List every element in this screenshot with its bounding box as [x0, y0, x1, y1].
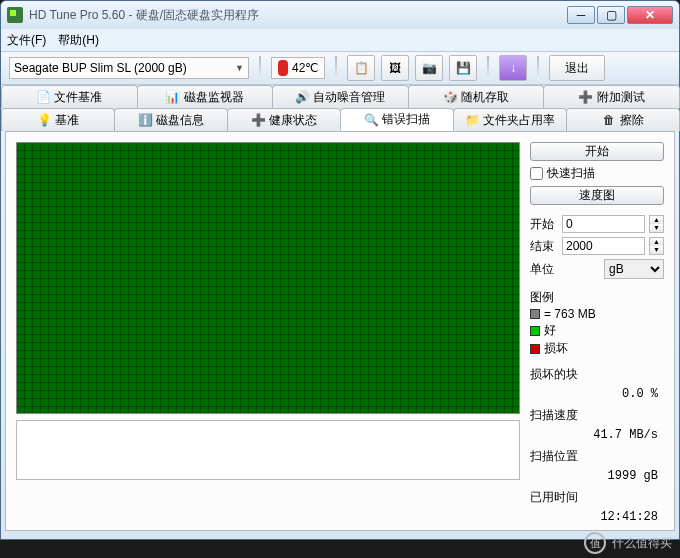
- random-access-icon: 🎲: [443, 90, 457, 104]
- scan-speed-value: 41.7 MB/s: [530, 428, 664, 442]
- scan-log: [16, 420, 520, 480]
- tab-附加测试[interactable]: ➕附加测试: [543, 85, 680, 108]
- tab-磁盘信息[interactable]: ℹ️磁盘信息: [114, 108, 228, 131]
- tab-label: 文件夹占用率: [483, 112, 555, 129]
- exit-button[interactable]: 退出: [549, 55, 605, 81]
- tab-label: 健康状态: [269, 112, 317, 129]
- legend-block-text: = 763 MB: [544, 307, 596, 321]
- copy-screenshot-button[interactable]: 🖼: [381, 55, 409, 81]
- tab-label: 自动噪音管理: [313, 89, 385, 106]
- end-field-label: 结束: [530, 238, 558, 255]
- copy-info-button[interactable]: 📋: [347, 55, 375, 81]
- unit-select[interactable]: gB: [604, 259, 664, 279]
- scan-block-grid: [16, 142, 520, 414]
- aam-icon: 🔊: [295, 90, 309, 104]
- menu-file[interactable]: 文件(F): [7, 32, 46, 49]
- end-spinner[interactable]: ▲▼: [649, 237, 664, 255]
- extra-test-icon: ➕: [579, 90, 593, 104]
- start-spinner[interactable]: ▲▼: [649, 215, 664, 233]
- start-button[interactable]: 开始: [530, 142, 664, 161]
- scan-position-value: 1999 gB: [530, 469, 664, 483]
- tab-文件夹占用率[interactable]: 📁文件夹占用率: [453, 108, 567, 131]
- tab-content: 开始 快速扫描 速度图 开始 ▲▼ 结束 ▲▼ 单位 gB: [5, 131, 675, 531]
- titlebar: HD Tune Pro 5.60 - 硬盘/固态硬盘实用程序 ─ ▢ ✕: [1, 1, 679, 29]
- camera-icon: 📷: [422, 61, 437, 75]
- health-icon: ➕: [251, 113, 265, 127]
- toolbar-separator: [537, 56, 539, 80]
- copy-screenshot-icon: 🖼: [389, 61, 401, 75]
- start-field-label: 开始: [530, 216, 558, 233]
- drive-select-value: Seagate BUP Slim SL (2000 gB): [14, 61, 187, 75]
- end-field[interactable]: [562, 237, 645, 255]
- speed-map-button[interactable]: 速度图: [530, 186, 664, 205]
- quick-scan-label: 快速扫描: [547, 165, 595, 182]
- window-controls: ─ ▢ ✕: [567, 6, 673, 24]
- tab-基准[interactable]: 💡基准: [1, 108, 115, 131]
- tab-label: 擦除: [620, 112, 644, 129]
- toolbar-separator: [487, 56, 489, 80]
- menu-help[interactable]: 帮助(H): [58, 32, 99, 49]
- temperature-display: 42℃: [271, 57, 325, 79]
- tab-文件基准[interactable]: 📄文件基准: [1, 85, 138, 108]
- elapsed-value: 12:41:28: [530, 510, 664, 524]
- scan-speed-label: 扫描速度: [530, 407, 664, 424]
- legend-ok-text: 好: [544, 322, 556, 339]
- tabs-row-top: 📄文件基准📊磁盘监视器🔊自动噪音管理🎲随机存取➕附加测试: [1, 85, 679, 108]
- tab-自动噪音管理[interactable]: 🔊自动噪音管理: [272, 85, 409, 108]
- watermark-badge-icon: 值: [584, 532, 606, 554]
- window-title: HD Tune Pro 5.60 - 硬盘/固态硬盘实用程序: [29, 7, 567, 24]
- quick-scan-checkbox[interactable]: [530, 167, 543, 180]
- tab-label: 磁盘监视器: [184, 89, 244, 106]
- legend-bad-icon: [530, 344, 540, 354]
- tab-随机存取[interactable]: 🎲随机存取: [408, 85, 545, 108]
- maximize-button[interactable]: ▢: [597, 6, 625, 24]
- disk-info-icon: ℹ️: [138, 113, 152, 127]
- watermark: 值 什么值得买: [584, 532, 672, 554]
- tab-错误扫描[interactable]: 🔍错误扫描: [340, 108, 454, 131]
- scan-area: [16, 142, 520, 520]
- legend-title: 图例: [530, 289, 664, 306]
- tabs-row-bottom: 💡基准ℹ️磁盘信息➕健康状态🔍错误扫描📁文件夹占用率🗑擦除: [1, 108, 679, 131]
- tab-label: 随机存取: [461, 89, 509, 106]
- benchmark-icon: 💡: [37, 113, 51, 127]
- toolbar: Seagate BUP Slim SL (2000 gB) ▼ 42℃ 📋 🖼 …: [1, 51, 679, 85]
- toolbar-separator: [259, 56, 261, 80]
- legend-block-icon: [530, 309, 540, 319]
- damaged-blocks-label: 损坏的块: [530, 366, 664, 383]
- minimize-button[interactable]: ─: [567, 6, 595, 24]
- toolbar-separator: [335, 56, 337, 80]
- save-icon: 💾: [456, 61, 471, 75]
- thermometer-icon: [278, 60, 288, 76]
- unit-label: 单位: [530, 261, 558, 278]
- disk-monitor-icon: 📊: [166, 90, 180, 104]
- tab-label: 错误扫描: [382, 111, 430, 128]
- close-button[interactable]: ✕: [627, 6, 673, 24]
- app-window: HD Tune Pro 5.60 - 硬盘/固态硬盘实用程序 ─ ▢ ✕ 文件(…: [0, 0, 680, 540]
- folder-usage-icon: 📁: [465, 113, 479, 127]
- app-icon: [7, 7, 23, 23]
- screenshot-button[interactable]: 📷: [415, 55, 443, 81]
- start-field[interactable]: [562, 215, 645, 233]
- arrow-down-icon: ↓: [510, 61, 516, 75]
- tab-label: 附加测试: [597, 89, 645, 106]
- tab-擦除[interactable]: 🗑擦除: [566, 108, 680, 131]
- drive-select[interactable]: Seagate BUP Slim SL (2000 gB) ▼: [9, 57, 249, 79]
- elapsed-label: 已用时间: [530, 489, 664, 506]
- temperature-value: 42℃: [292, 61, 318, 75]
- watermark-text: 什么值得买: [612, 535, 672, 552]
- tab-label: 文件基准: [54, 89, 102, 106]
- file-base-icon: 📄: [36, 90, 50, 104]
- erase-icon: 🗑: [602, 113, 616, 127]
- tab-label: 磁盘信息: [156, 112, 204, 129]
- side-panel: 开始 快速扫描 速度图 开始 ▲▼ 结束 ▲▼ 单位 gB: [530, 142, 664, 520]
- legend-bad-text: 损坏: [544, 340, 568, 357]
- tab-磁盘监视器[interactable]: 📊磁盘监视器: [137, 85, 274, 108]
- tab-label: 基准: [55, 112, 79, 129]
- copy-info-icon: 📋: [354, 61, 369, 75]
- error-scan-icon: 🔍: [364, 113, 378, 127]
- legend: 图例 = 763 MB 好 损坏: [530, 287, 664, 360]
- scan-position-label: 扫描位置: [530, 448, 664, 465]
- tab-健康状态[interactable]: ➕健康状态: [227, 108, 341, 131]
- save-button[interactable]: 💾: [449, 55, 477, 81]
- options-button[interactable]: ↓: [499, 55, 527, 81]
